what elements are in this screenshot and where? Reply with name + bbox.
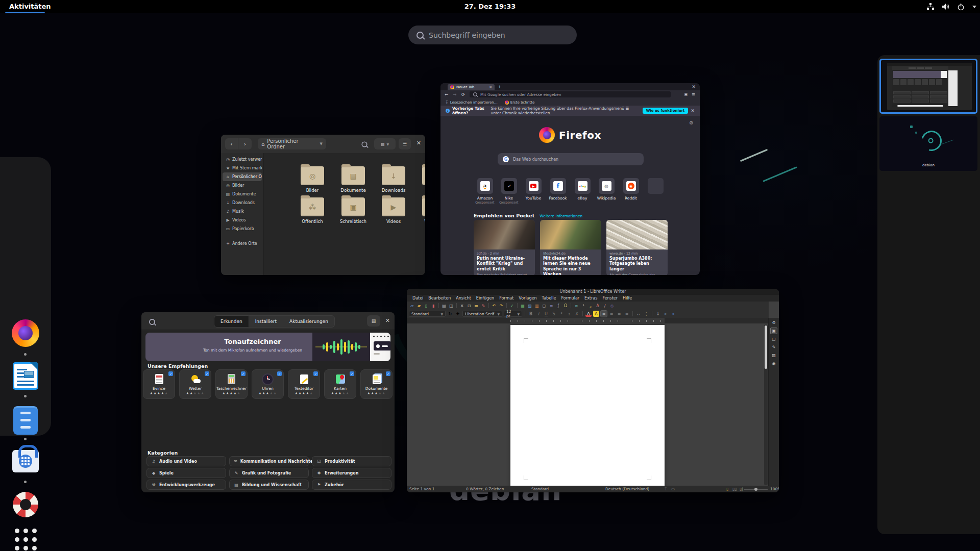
bookmark-item[interactable]: Erste Schritte — [505, 101, 535, 105]
basic-shapes-icon[interactable]: ◇ — [609, 303, 615, 309]
status-language[interactable]: Deutsch (Deutschland) — [605, 486, 649, 492]
multi-page-view-icon[interactable]: ▯▯ — [732, 486, 737, 492]
selection-mode-icon[interactable]: ▭ — [671, 486, 675, 492]
sidebar-deck-navigator-icon[interactable]: ◉ — [770, 360, 777, 367]
align-right-icon[interactable]: ≡ — [616, 311, 622, 317]
category-development[interactable]: ⚒Entwicklungswerkzeuge — [146, 480, 226, 490]
sidebar-item-recent[interactable]: ◷Zuletzt verwendet — [223, 155, 262, 164]
forward-button[interactable]: › — [238, 138, 252, 149]
menu-einfügen[interactable]: Einfügen — [474, 296, 497, 300]
new-tab-button[interactable]: + — [498, 85, 502, 89]
single-page-view-icon[interactable]: ▯ — [726, 486, 728, 492]
clone-formatting-icon[interactable]: ✎ — [480, 303, 486, 309]
sidebar-deck-gallery-icon[interactable]: ▨ — [770, 352, 777, 359]
highlight-color-icon[interactable]: A — [593, 311, 599, 317]
category-addons[interactable]: ✱Erweiterungen — [312, 468, 391, 478]
save-icon[interactable]: ▯ — [423, 303, 429, 309]
cut-icon[interactable]: ✕ — [459, 303, 465, 309]
update-style-icon[interactable]: ↻ — [447, 311, 453, 317]
insert-text-box-icon[interactable]: ◻ — [541, 303, 547, 309]
menu-tabelle[interactable]: Tabelle — [540, 296, 559, 300]
align-center-icon[interactable]: ≡ — [608, 311, 615, 317]
dock-software-button[interactable] — [11, 446, 40, 472]
category-graphics[interactable]: ✎Grafik und Fotografie — [229, 468, 309, 478]
sidebar-item-documents[interactable]: ▤Dokumente — [223, 190, 262, 198]
window-close-icon[interactable]: ✕ — [692, 84, 696, 89]
superscript-icon[interactable]: ² — [558, 311, 565, 317]
folder-item[interactable]: ⁂Öffentlich — [296, 197, 329, 224]
menu-bearbeiten[interactable]: Bearbeiten — [426, 296, 453, 300]
clear-formatting-icon[interactable]: ✗ — [574, 311, 580, 317]
pocket-card[interactable]: lifestyle24.deMit dieser Methode lernen … — [540, 220, 601, 275]
undo-icon[interactable]: ↶ — [491, 303, 497, 309]
sidebar-item-other-places[interactable]: +Andere Orte — [223, 239, 262, 248]
vertical-scrollbar[interactable] — [764, 324, 768, 485]
decrease-indent-icon[interactable]: « — [670, 311, 676, 317]
folder-item[interactable]: ↓Downloads — [377, 166, 410, 193]
close-icon[interactable]: ✕ — [416, 140, 421, 146]
pocket-card[interactable]: zdf.de · 2 minPutin nennt Ukraine-Konfli… — [474, 220, 535, 275]
insert-image-icon[interactable]: ▨ — [527, 303, 533, 309]
insert-chart-icon[interactable]: ▥ — [534, 303, 540, 309]
increase-indent-icon[interactable]: » — [663, 311, 669, 317]
category-audio-video[interactable]: ♫Audio und Video — [146, 456, 226, 466]
tab-close-icon[interactable]: ✕ — [489, 85, 492, 89]
menu-format[interactable]: Format — [497, 296, 516, 300]
personalize-gear-icon[interactable]: ⚙ — [689, 120, 694, 126]
app-tile-calculator[interactable]: ✓Taschenrechner★★★★★ — [215, 369, 248, 399]
window-menu-button[interactable]: ☰ — [399, 138, 411, 149]
dock-libreoffice-writer-button[interactable] — [11, 362, 40, 390]
subscript-icon[interactable]: ₂ — [566, 311, 572, 317]
redo-icon[interactable]: ↷ — [498, 303, 504, 309]
workspace-thumbnail-2[interactable]: debian — [879, 116, 977, 171]
justify-icon[interactable]: ≡ — [624, 311, 630, 317]
category-communication[interactable]: ✉Kommunikation und Nachrichten — [229, 456, 309, 466]
menu-ansicht[interactable]: Ansicht — [453, 296, 474, 300]
page-break-icon[interactable]: ≡ — [548, 303, 554, 309]
firefox-window[interactable]: Neuer Tab ✕ + ✕ ← → ⟳ Mit Google suchen … — [440, 83, 700, 275]
clock-menu[interactable]: 27. Dez 19:33 — [0, 0, 980, 13]
menu-extras[interactable]: Extras — [582, 296, 600, 300]
menu-hilfe[interactable]: Hilfe — [620, 296, 634, 300]
tab-erkunden[interactable]: Erkunden — [214, 315, 249, 328]
category-productivity[interactable]: ☑Produktivität — [312, 456, 391, 466]
special-character-icon[interactable]: Ω — [562, 303, 569, 309]
menu-vorlagen[interactable]: Vorlagen — [516, 296, 539, 300]
line-spacing-icon[interactable]: ↕ — [655, 311, 661, 317]
software-window[interactable]: ErkundenInstalliertAktualisierungen ▤ ✕ … — [141, 312, 395, 492]
menu-datei[interactable]: Datei — [410, 296, 426, 300]
book-view-icon[interactable]: ▯| — [740, 486, 743, 492]
comment-icon[interactable]: „ — [587, 303, 594, 309]
menu-fenster[interactable]: Fenster — [600, 296, 620, 300]
font-name-combo[interactable]: Liberation Serif▼ — [462, 311, 502, 317]
menu-icon[interactable]: ≡ — [692, 92, 695, 97]
primary-menu-button[interactable]: ▤ — [367, 315, 380, 327]
zoom-slider[interactable] — [744, 489, 768, 490]
sidebar-deck-settings-icon[interactable]: ⚙ — [770, 319, 777, 326]
status-word-count[interactable]: 0 Wörter, 0 Zeichen — [466, 486, 504, 492]
search-icon[interactable] — [149, 319, 155, 325]
scrollbar-thumb[interactable] — [765, 325, 767, 369]
app-tile-weather[interactable]: ✓Wetter★★★★★ — [179, 369, 211, 399]
sidebar-deck-properties-icon[interactable]: ▣ — [770, 328, 777, 334]
paste-icon[interactable]: ▬ — [473, 303, 479, 309]
underline-icon[interactable]: U — [543, 311, 549, 317]
category-education[interactable]: ▤Bildung und Wissenschaft — [229, 480, 309, 490]
folder-item[interactable]: ♫Musik — [418, 166, 425, 193]
insert-table-icon[interactable]: ▦ — [520, 303, 526, 309]
dock-firefox-button[interactable] — [11, 319, 40, 347]
search-icon[interactable] — [361, 141, 367, 147]
font-color-icon[interactable]: A — [585, 311, 592, 317]
bullet-list-icon[interactable]: ∷ — [635, 311, 642, 317]
document-page[interactable] — [510, 325, 665, 492]
featured-app-banner[interactable]: Tonaufzeichner Ton mit dem Mikrofon aufn… — [145, 333, 390, 361]
folder-item[interactable]: ▢Vorlagen — [418, 197, 425, 224]
strikethrough-icon[interactable]: S — [551, 311, 557, 317]
pocket-card[interactable]: wiwo.de · 12 minSuperjumbo A380: Totgesa… — [606, 220, 668, 275]
show-applications-button[interactable] — [11, 529, 40, 550]
sidebar-item-pictures[interactable]: ◎Bilder — [223, 181, 262, 190]
browser-tab[interactable]: Neuer Tab ✕ — [448, 84, 495, 90]
bold-icon[interactable]: B — [528, 311, 534, 317]
print-preview-icon[interactable]: ◫ — [448, 303, 454, 309]
sidebar-deck-styles-icon[interactable]: ✎ — [770, 344, 777, 350]
